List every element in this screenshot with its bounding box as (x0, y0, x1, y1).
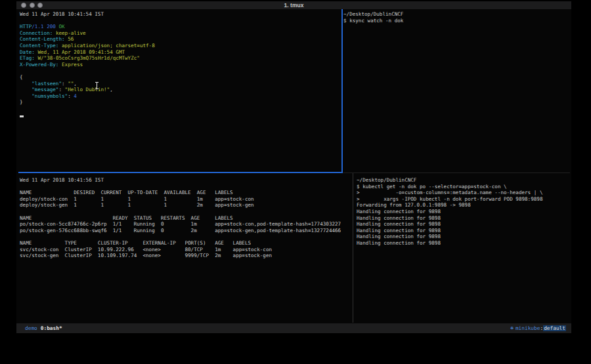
pod-table-row: po/stock-gen-576cc688bb-swqf6 1/1 Runnin… (20, 228, 351, 234)
json-entry: "numsymbols": 4 (20, 93, 340, 100)
pane-http-response[interactable]: Wed 11 Apr 2018 10:41:54 IST HTTP/1.1 20… (20, 11, 340, 118)
svc-table-row: svc/stock-gen ClusterIP 10.109.197.74 <n… (20, 253, 351, 259)
kube-status: ☸ minikube : default (510, 325, 566, 331)
pane-divider-vertical-active[interactable] (341, 9, 343, 172)
http-status-line: HTTP/1.1 200OK (20, 24, 340, 30)
command-continuation: > -o=custom-columns=:metadata.name --no-… (357, 190, 570, 196)
timestamp-line: Wed 11 Apr 2018 10:41:54 IST (20, 11, 340, 18)
output-line: Handling connection for 9898 (357, 209, 570, 215)
output-line: Handling connection for 9898 (357, 221, 570, 228)
json-entry: "lastseen": "", (20, 81, 340, 87)
terminal-cursor (20, 115, 24, 117)
deploy-table-header: NAME DESIRED CURRENT UP-TO-DATE AVAILABL… (20, 190, 351, 196)
tmux-content: Wed 11 Apr 2018 10:41:54 IST HTTP/1.1 20… (16, 9, 571, 323)
minimize-button[interactable] (30, 3, 35, 8)
pane-kubectl-get[interactable]: Wed 11 Apr 2018 10:41:56 IST NAME DESIRE… (20, 177, 351, 259)
http-version-status: /1.1 200 (32, 24, 56, 30)
close-button[interactable] (21, 3, 26, 8)
json-entry: "message": "Hello Dublin!", (20, 87, 340, 93)
pod-table-header: NAME READY STATUS RESTARTS AGE LABELS (20, 215, 351, 222)
pane-divider-horizontal-right[interactable] (343, 172, 570, 173)
titlebar[interactable]: 1. tmux (16, 1, 571, 9)
traffic-lights (21, 3, 43, 8)
pane-port-forward[interactable]: ~/Desktop/DublinCNCF $ kubectl get -n do… (357, 177, 570, 247)
http-reason: OK (58, 24, 64, 30)
kubernetes-icon: ☸ (510, 325, 514, 331)
deploy-table-row: deploy/stock-gen 1 1 1 1 2m app=stock-ge… (20, 202, 351, 209)
output-line: Handling connection for 9898 (357, 228, 570, 234)
http-protocol: HTTP (20, 24, 32, 30)
svc-table-header: NAME TYPE CLUSTER-IP EXTERNAL-IP PORT(S)… (20, 240, 351, 247)
session-name: demo (25, 325, 37, 331)
http-header: Content-Type:application/json; charset=u… (20, 43, 340, 49)
window-flag[interactable]: 0:bash* (41, 325, 62, 331)
output-line: Handling connection for 9898 (357, 233, 570, 240)
http-header: Date:Wed, 11 Apr 2018 09:41:54 GMT (20, 49, 340, 56)
http-header: X-Powered-By:Express (20, 62, 340, 68)
desktop: 1. tmux Wed 11 Apr 2018 10:41:54 IST HTT… (0, 0, 591, 364)
http-header: ETag:W/"38-05coCsrg3mQ75sHr1d/qcMTwYZc" (20, 55, 340, 62)
command-line: $ ksync watch -n dok (343, 18, 567, 24)
command-continuation: > xargs -IPOD kubectl -n dok port-forwar… (357, 196, 570, 203)
output-line: Forwarding from 127.0.0.1:9898 -> 9898 (357, 202, 570, 209)
output-line: Handling connection for 9898 (357, 240, 570, 247)
deploy-table-row: deploy/stock-con 1 1 1 1 1m app=stock-co… (20, 196, 351, 203)
json-brace-open: { (20, 74, 340, 81)
pod-table-row: po/stock-con-5cc874766c-2p6rp 1/1 Runnin… (20, 221, 351, 228)
pane-ksync[interactable]: ~/Desktop/DublinCNCF $ ksync watch -n do… (343, 11, 567, 24)
timestamp-line: Wed 11 Apr 2018 10:41:56 IST (20, 177, 351, 184)
svc-table-row: svc/stock-con ClusterIP 10.99.222.96 <no… (20, 247, 351, 253)
kube-namespace: default (543, 325, 566, 331)
mouse-ibeam-cursor (95, 82, 99, 89)
zoom-button[interactable] (37, 3, 43, 8)
pane-divider-horizontal-active[interactable] (18, 172, 343, 173)
command-line: $ kubectl get -n dok po --selector=app=s… (357, 184, 570, 190)
cwd-line: ~/Desktop/DublinCNCF (343, 11, 567, 18)
kube-context: minikube (515, 325, 540, 331)
cwd-line: ~/Desktop/DublinCNCF (357, 177, 570, 184)
status-left: demo 0:bash* (25, 325, 62, 331)
pane-divider-vertical-bottom[interactable] (353, 173, 353, 323)
json-brace-close: } (20, 99, 340, 106)
http-header: Connection:keep-alive (20, 30, 340, 37)
output-line: Handling connection for 9898 (357, 215, 570, 222)
http-header: Content-Length:56 (20, 36, 340, 43)
terminal-window: 1. tmux Wed 11 Apr 2018 10:41:54 IST HTT… (16, 1, 571, 333)
window-title: 1. tmux (16, 1, 571, 9)
tmux-status-bar: demo 0:bash* ☸ minikube : default (16, 323, 571, 333)
